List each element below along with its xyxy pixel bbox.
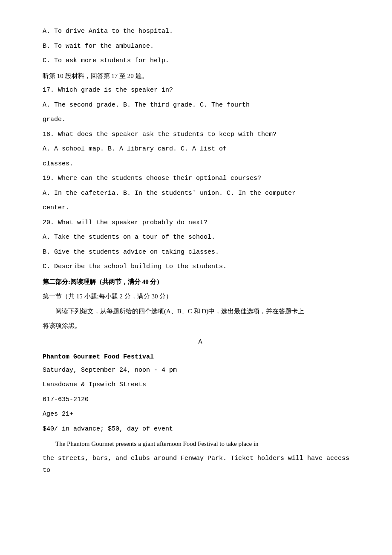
page-content: A. To drive Anita to the hospital. B. To… (43, 26, 358, 477)
option-b-advice: B. Give the students advice on taking cl… (43, 246, 358, 259)
options-19-center: center. (43, 202, 358, 214)
event-title: Phantom Gourmet Food Festival (43, 351, 358, 363)
option-a-drive: A. To drive Anita to the hospital. (43, 26, 358, 38)
section2-subtitle: 第一节（共 15 小题;每小题 2 分，满分 30 分） (43, 290, 358, 303)
options-17-abc: A. The second grade. B. The third grade.… (43, 99, 358, 112)
passage-label-a: A (43, 336, 358, 348)
option-b-wait: B. To wait for the ambulance. (43, 40, 358, 53)
event-description-1: The Phantom Gourmet presents a giant aft… (43, 438, 358, 450)
options-17-grade: grade. (43, 114, 358, 126)
question-20: 20. What will the speaker probably do ne… (43, 217, 358, 229)
event-phone: 617-635-2120 (43, 394, 358, 406)
question-18: 18. What does the speaker ask the studen… (43, 129, 358, 141)
event-date: Saturday, September 24, noon - 4 pm (43, 364, 358, 377)
section2-title: 第二部分:阅读理解（共两节，满分 40 分） (43, 276, 358, 288)
event-age: Ages 21+ (43, 408, 358, 421)
listen-instruction: 听第 10 段材料，回答第 17 至 20 题。 (43, 70, 358, 82)
question-19: 19. Where can the students choose their … (43, 173, 358, 185)
options-18-abc: A. A school map. B. A library card. C. A… (43, 143, 358, 156)
section2-instruction2: 将该项涂黑。 (43, 320, 358, 332)
event-price: $40/ in advance; $50, day of event (43, 423, 358, 436)
options-18-classes: classes. (43, 158, 358, 171)
option-c-describe: C. Describe the school building to the s… (43, 261, 358, 273)
options-19-abc: A. In the cafeteria. B. In the students'… (43, 188, 358, 200)
event-address: Lansdowne & Ipswich Streets (43, 379, 358, 391)
event-description-2: the streets, bars, and clubs around Fenw… (43, 453, 358, 477)
option-a-tour: A. Take the students on a tour of the sc… (43, 231, 358, 244)
option-c-ask: C. To ask more students for help. (43, 55, 358, 67)
section2-instruction1: 阅读下列短文，从每题所给的四个选项(A、B、C 和 D)中，选出最佳选项，并在答… (43, 305, 358, 318)
question-17: 17. Which grade is the speaker in? (43, 84, 358, 97)
